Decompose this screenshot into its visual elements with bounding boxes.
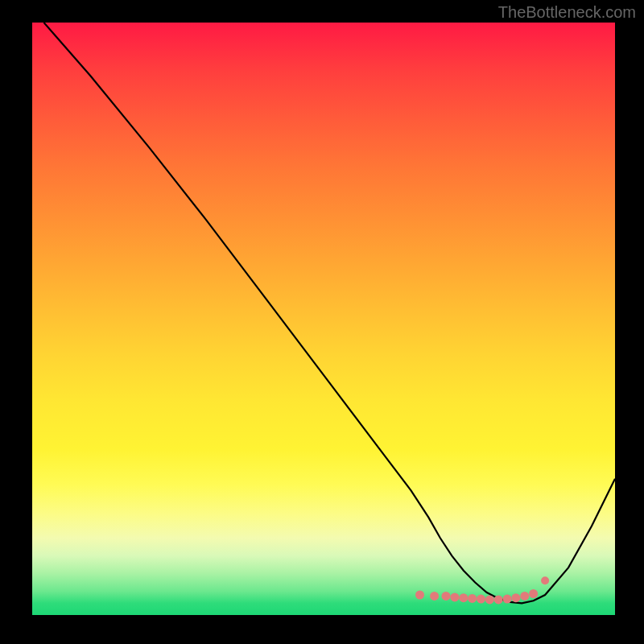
highlight-dot bbox=[503, 595, 512, 604]
highlight-dot bbox=[415, 591, 424, 600]
highlight-dot bbox=[450, 592, 459, 601]
highlight-dot bbox=[430, 592, 439, 601]
highlight-dot bbox=[468, 594, 477, 603]
watermark-text: TheBottleneck.com bbox=[498, 3, 636, 22]
highlight-dot bbox=[477, 595, 485, 604]
highlight-dot bbox=[529, 589, 538, 598]
highlight-dot bbox=[541, 576, 549, 584]
chart-plot-area bbox=[32, 23, 615, 615]
highlight-dots-group bbox=[415, 576, 549, 604]
chart-svg bbox=[32, 23, 615, 615]
chart-curve bbox=[44, 23, 616, 603]
highlight-dot bbox=[494, 595, 503, 604]
highlight-dot bbox=[459, 593, 468, 602]
highlight-dot bbox=[520, 592, 529, 601]
highlight-dot bbox=[485, 595, 494, 604]
highlight-dot bbox=[442, 592, 451, 601]
highlight-dot bbox=[511, 593, 520, 602]
